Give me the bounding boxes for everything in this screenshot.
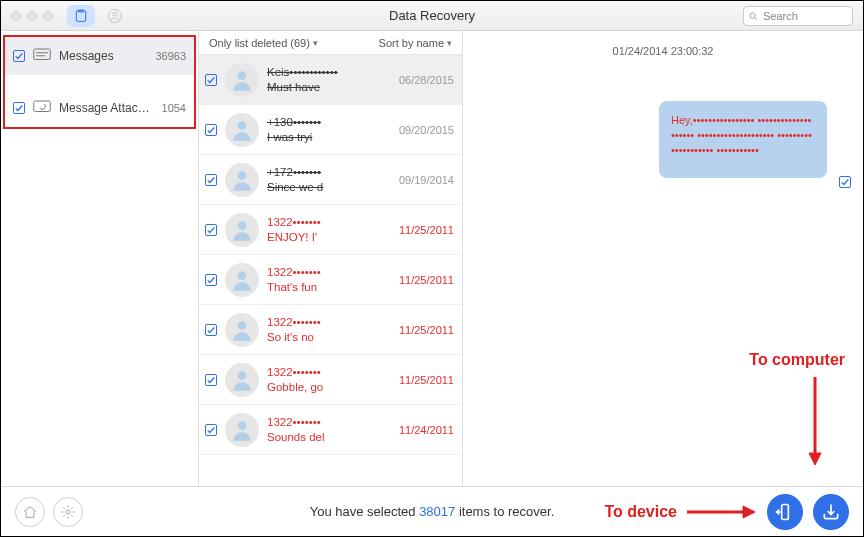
settings-button[interactable] [53,497,83,527]
checkbox[interactable] [13,102,25,114]
list-item-date: 11/25/2011 [399,374,454,386]
svg-rect-9 [34,101,51,112]
list-item-date: 11/25/2011 [399,274,454,286]
checkbox[interactable] [13,50,25,62]
svg-line-5 [755,17,757,19]
svg-point-2 [113,12,117,16]
list-item-title: 1322••••••• [267,415,391,430]
list-item-preview: I was tryi [267,130,391,145]
list-item-preview: ENJOY! I' [267,230,391,245]
annotation-arrow-right [687,502,757,522]
svg-point-14 [238,271,247,280]
list-item-preview: So it's no [267,330,391,345]
list-item-preview: Since we d [267,180,391,195]
list-item-title: 1322••••••• [267,215,391,230]
svg-marker-19 [809,453,821,465]
checkbox[interactable] [205,324,217,336]
list-item[interactable]: 1322•••••••Gobble, go11/25/2011 [199,355,462,405]
list-item[interactable]: 1322•••••••ENJOY! I'11/25/2011 [199,205,462,255]
checkbox[interactable] [205,174,217,186]
data-recovery-tab[interactable] [67,5,95,27]
list-item-title: 1322••••••• [267,315,391,330]
list-item[interactable]: 1322•••••••Sounds del11/24/2011 [199,405,462,455]
avatar-icon [225,263,259,297]
list-item[interactable]: +130•••••••I was tryi09/20/2015 [199,105,462,155]
messages-icon [33,48,51,65]
svg-point-12 [238,171,247,180]
annotation-to-computer: To computer [749,351,845,369]
list-item-preview: Must have [267,80,391,95]
sidebar-item-count: 1054 [162,102,186,114]
svg-point-16 [238,371,247,380]
sidebar-item-messages[interactable]: Messages 36963 [5,37,194,75]
avatar-icon [225,363,259,397]
recover-to-computer-button[interactable] [813,494,849,530]
avatar-icon [225,163,259,197]
list-item[interactable]: +172•••••••Since we d09/19/2014 [199,155,462,205]
checkbox[interactable] [205,224,217,236]
list-item-date: 11/25/2011 [399,224,454,236]
sidebar-item-label: Messages [59,49,114,63]
svg-point-17 [238,421,247,430]
svg-rect-6 [34,49,51,60]
minimize-dot[interactable] [27,11,37,21]
zoom-dot[interactable] [43,11,53,21]
annotation-to-device: To device [604,503,677,521]
list-item-date: 09/19/2014 [399,174,454,186]
recover-to-device-button[interactable] [767,494,803,530]
category-sidebar: Messages 36963 Message Attac… 1054 [1,31,199,486]
list-item-title: 1322••••••• [267,265,391,280]
list-item-title: 1322••••••• [267,365,391,380]
sidebar-item-count: 36963 [155,50,186,62]
message-bubble: Hey,•••••••••••••••• •••••••••••••••••••… [659,101,827,178]
search-icon [748,11,759,22]
svg-point-20 [66,510,70,514]
list-item-title: Keis•••••••••••• [267,65,391,80]
sidebar-item-message-attachments[interactable]: Message Attac… 1054 [5,89,194,127]
footer: You have selected 38017 items to recover… [1,486,863,536]
message-timestamp: 01/24/2014 23:00:32 [463,31,863,57]
window-title: Data Recovery [1,8,863,23]
list-item-date: 11/24/2011 [399,424,454,436]
user-tab[interactable] [101,5,129,27]
checkbox[interactable] [205,274,217,286]
list-item-preview: Gobble, go [267,380,391,395]
attachments-icon [33,100,51,117]
search-input[interactable]: Search [743,6,853,26]
list-item-preview: Sounds del [267,430,391,445]
avatar-icon [225,413,259,447]
list-item[interactable]: 1322•••••••So it's no11/25/2011 [199,305,462,355]
avatar-icon [225,213,259,247]
svg-point-4 [750,12,756,18]
svg-point-15 [238,321,247,330]
message-detail: 01/24/2014 23:00:32 Hey,••••••••••••••••… [463,31,863,486]
checkbox[interactable] [205,74,217,86]
message-text: Hey,•••••••••••••••• •••••••••••••••••••… [671,113,815,158]
checkbox[interactable] [205,124,217,136]
message-checkbox[interactable] [839,176,851,188]
svg-point-11 [238,121,247,130]
checkbox[interactable] [205,424,217,436]
list-item[interactable]: 1322•••••••That's fun11/25/2011 [199,255,462,305]
checkbox[interactable] [205,374,217,386]
selected-count: 38017 [419,504,455,519]
avatar-icon [225,113,259,147]
window-controls[interactable] [11,11,53,21]
filter-dropdown[interactable]: Only list deleted (69)▾ [209,37,318,49]
list-item-title: +130••••••• [267,115,391,130]
svg-rect-23 [782,504,789,519]
list-item-preview: That's fun [267,280,391,295]
list-item[interactable]: Keis••••••••••••Must have06/28/2015 [199,55,462,105]
sort-dropdown[interactable]: Sort by name▾ [379,37,452,49]
close-dot[interactable] [11,11,21,21]
titlebar: Data Recovery Search [1,1,863,31]
home-button[interactable] [15,497,45,527]
list-item-date: 11/25/2011 [399,324,454,336]
sidebar-item-label: Message Attac… [59,101,150,115]
svg-marker-22 [743,506,755,518]
list-item-date: 09/20/2015 [399,124,454,136]
avatar-icon [225,313,259,347]
list-item-title: +172••••••• [267,165,391,180]
conversation-list: Only list deleted (69)▾ Sort by name▾ Ke… [199,31,463,486]
chevron-down-icon: ▾ [447,38,452,48]
